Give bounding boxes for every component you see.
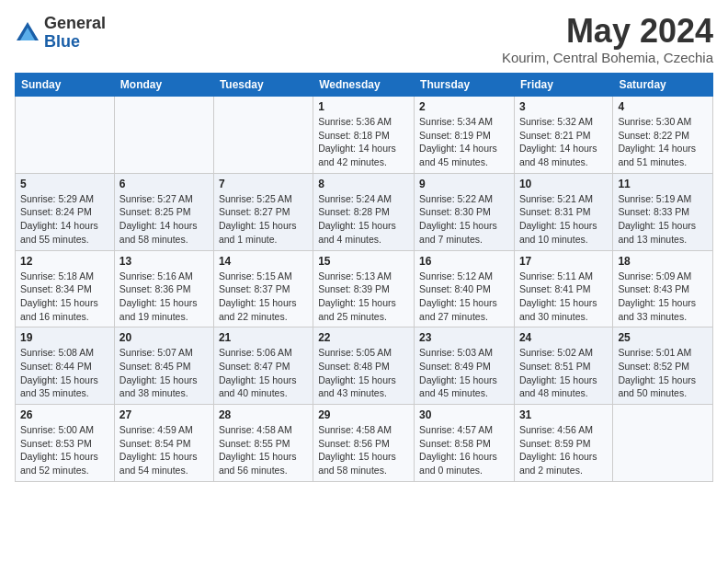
day-cell: 24Sunrise: 5:02 AMSunset: 8:51 PMDayligh… (514, 327, 612, 405)
day-info: Sunrise: 5:16 AMSunset: 8:36 PMDaylight:… (119, 270, 209, 324)
day-info: Sunrise: 5:11 AMSunset: 8:41 PMDaylight:… (519, 270, 608, 324)
day-info: Sunrise: 5:25 AMSunset: 8:27 PMDaylight:… (219, 192, 308, 247)
day-number: 29 (318, 408, 409, 421)
calendar-table: SundayMondayTuesdayWednesdayThursdayFrid… (15, 73, 713, 482)
day-number: 23 (419, 331, 509, 344)
day-info: Sunrise: 5:27 AMSunset: 8:25 PMDaylight:… (119, 192, 209, 247)
day-cell: 8Sunrise: 5:24 AMSunset: 8:28 PMDaylight… (313, 173, 415, 250)
title-block: May 2024 Kourim, Central Bohemia, Czechi… (502, 15, 713, 65)
day-cell: 20Sunrise: 5:07 AMSunset: 8:45 PMDayligh… (114, 327, 213, 405)
logo: General Blue (15, 15, 106, 52)
day-info: Sunrise: 4:56 AMSunset: 8:59 PMDaylight:… (519, 423, 608, 477)
page-header: General Blue May 2024 Kourim, Central Bo… (15, 15, 713, 65)
day-cell: 26Sunrise: 5:00 AMSunset: 8:53 PMDayligh… (16, 405, 115, 482)
day-number: 4 (618, 100, 708, 113)
day-header-friday: Friday (514, 74, 612, 97)
day-number: 24 (519, 331, 608, 344)
logo-icon (15, 20, 40, 46)
day-info: Sunrise: 5:36 AMSunset: 8:18 PMDaylight:… (318, 115, 409, 169)
day-cell (114, 97, 213, 174)
month-title: May 2024 (502, 15, 713, 48)
day-info: Sunrise: 5:32 AMSunset: 8:21 PMDaylight:… (519, 115, 608, 169)
logo-blue-text: Blue (44, 32, 80, 51)
day-number: 13 (119, 255, 209, 268)
day-number: 30 (419, 408, 509, 421)
day-number: 15 (318, 255, 409, 268)
day-info: Sunrise: 5:24 AMSunset: 8:28 PMDaylight:… (318, 192, 409, 247)
day-info: Sunrise: 5:13 AMSunset: 8:39 PMDaylight:… (318, 270, 409, 324)
day-info: Sunrise: 5:07 AMSunset: 8:45 PMDaylight:… (119, 346, 209, 400)
day-info: Sunrise: 5:15 AMSunset: 8:37 PMDaylight:… (219, 270, 308, 324)
day-info: Sunrise: 5:08 AMSunset: 8:44 PMDaylight:… (20, 346, 109, 400)
day-cell (213, 97, 313, 174)
day-number: 25 (618, 331, 708, 344)
day-cell: 25Sunrise: 5:01 AMSunset: 8:52 PMDayligh… (613, 327, 713, 405)
day-info: Sunrise: 5:18 AMSunset: 8:34 PMDaylight:… (20, 270, 109, 324)
day-cell: 7Sunrise: 5:25 AMSunset: 8:27 PMDaylight… (213, 173, 313, 250)
day-cell: 30Sunrise: 4:57 AMSunset: 8:58 PMDayligh… (415, 405, 515, 482)
day-number: 19 (20, 331, 109, 344)
day-number: 10 (519, 178, 608, 190)
header-row: SundayMondayTuesdayWednesdayThursdayFrid… (16, 74, 713, 97)
day-cell: 6Sunrise: 5:27 AMSunset: 8:25 PMDaylight… (114, 173, 213, 250)
day-number: 2 (419, 100, 509, 113)
day-info: Sunrise: 5:19 AMSunset: 8:33 PMDaylight:… (618, 192, 708, 247)
day-cell (16, 97, 115, 174)
day-info: Sunrise: 4:59 AMSunset: 8:54 PMDaylight:… (119, 423, 209, 477)
day-number: 6 (119, 178, 209, 190)
day-number: 14 (219, 255, 308, 268)
day-info: Sunrise: 5:06 AMSunset: 8:47 PMDaylight:… (219, 346, 308, 400)
day-number: 12 (20, 255, 109, 268)
day-info: Sunrise: 5:12 AMSunset: 8:40 PMDaylight:… (419, 270, 509, 324)
day-header-thursday: Thursday (415, 74, 515, 97)
day-number: 18 (618, 255, 708, 268)
day-info: Sunrise: 5:22 AMSunset: 8:30 PMDaylight:… (419, 192, 509, 247)
day-cell: 5Sunrise: 5:29 AMSunset: 8:24 PMDaylight… (16, 173, 115, 250)
day-info: Sunrise: 4:58 AMSunset: 8:55 PMDaylight:… (219, 423, 308, 477)
week-row-3: 12Sunrise: 5:18 AMSunset: 8:34 PMDayligh… (16, 250, 713, 327)
day-number: 26 (20, 408, 109, 421)
day-info: Sunrise: 5:01 AMSunset: 8:52 PMDaylight:… (618, 346, 708, 400)
day-info: Sunrise: 4:57 AMSunset: 8:58 PMDaylight:… (419, 423, 509, 477)
day-header-sunday: Sunday (16, 74, 115, 97)
day-number: 20 (119, 331, 209, 344)
day-info: Sunrise: 5:21 AMSunset: 8:31 PMDaylight:… (519, 192, 608, 247)
day-number: 7 (219, 178, 308, 190)
day-cell: 15Sunrise: 5:13 AMSunset: 8:39 PMDayligh… (313, 250, 415, 327)
day-cell: 18Sunrise: 5:09 AMSunset: 8:43 PMDayligh… (613, 250, 713, 327)
day-header-monday: Monday (114, 74, 213, 97)
day-cell: 14Sunrise: 5:15 AMSunset: 8:37 PMDayligh… (213, 250, 313, 327)
day-number: 27 (119, 408, 209, 421)
day-number: 3 (519, 100, 608, 113)
day-number: 22 (318, 331, 409, 344)
day-cell: 23Sunrise: 5:03 AMSunset: 8:49 PMDayligh… (415, 327, 515, 405)
day-cell: 13Sunrise: 5:16 AMSunset: 8:36 PMDayligh… (114, 250, 213, 327)
day-info: Sunrise: 5:09 AMSunset: 8:43 PMDaylight:… (618, 270, 708, 324)
day-cell: 28Sunrise: 4:58 AMSunset: 8:55 PMDayligh… (213, 405, 313, 482)
day-number: 21 (219, 331, 308, 344)
day-number: 31 (519, 408, 608, 421)
day-number: 5 (20, 178, 109, 190)
week-row-5: 26Sunrise: 5:00 AMSunset: 8:53 PMDayligh… (16, 405, 713, 482)
day-cell (613, 405, 713, 482)
day-info: Sunrise: 5:34 AMSunset: 8:19 PMDaylight:… (419, 115, 509, 169)
day-header-wednesday: Wednesday (313, 74, 415, 97)
location: Kourim, Central Bohemia, Czechia (502, 50, 713, 65)
day-cell: 31Sunrise: 4:56 AMSunset: 8:59 PMDayligh… (514, 405, 612, 482)
day-info: Sunrise: 5:30 AMSunset: 8:22 PMDaylight:… (618, 115, 708, 169)
day-number: 9 (419, 178, 509, 190)
day-cell: 10Sunrise: 5:21 AMSunset: 8:31 PMDayligh… (514, 173, 612, 250)
day-cell: 29Sunrise: 4:58 AMSunset: 8:56 PMDayligh… (313, 405, 415, 482)
day-cell: 22Sunrise: 5:05 AMSunset: 8:48 PMDayligh… (313, 327, 415, 405)
day-info: Sunrise: 5:29 AMSunset: 8:24 PMDaylight:… (20, 192, 109, 247)
day-number: 11 (618, 178, 708, 190)
week-row-2: 5Sunrise: 5:29 AMSunset: 8:24 PMDaylight… (16, 173, 713, 250)
day-number: 16 (419, 255, 509, 268)
day-cell: 21Sunrise: 5:06 AMSunset: 8:47 PMDayligh… (213, 327, 313, 405)
week-row-4: 19Sunrise: 5:08 AMSunset: 8:44 PMDayligh… (16, 327, 713, 405)
day-number: 1 (318, 100, 409, 113)
day-cell: 19Sunrise: 5:08 AMSunset: 8:44 PMDayligh… (16, 327, 115, 405)
day-number: 17 (519, 255, 608, 268)
day-cell: 4Sunrise: 5:30 AMSunset: 8:22 PMDaylight… (613, 97, 713, 174)
day-info: Sunrise: 5:03 AMSunset: 8:49 PMDaylight:… (419, 346, 509, 400)
